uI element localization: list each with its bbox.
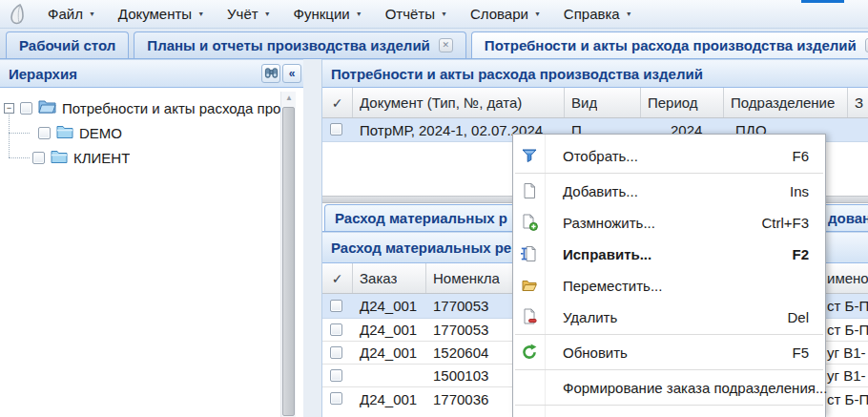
scroll-up-arrow-icon[interactable]: ▲	[281, 92, 297, 105]
tree-item-demo[interactable]: DEMO	[0, 120, 280, 145]
row-checkbox[interactable]	[330, 369, 342, 382]
row-checkbox[interactable]	[330, 392, 342, 405]
column-divider	[425, 263, 426, 293]
menu-help-label: Справка	[564, 6, 620, 22]
ctx-move[interactable]: Переместить...	[513, 270, 825, 302]
hierarchy-panel: Иерархия « −	[0, 59, 303, 417]
column-header-period[interactable]: Период	[648, 88, 698, 117]
tab-desktop-label: Рабочий стол	[19, 37, 115, 53]
tree-item-root[interactable]: − Потребности и акты расхода произв	[0, 95, 280, 120]
tab-production-plans[interactable]: Планы и отчеты производства изделий✕	[134, 31, 466, 58]
ctx-item-shortcut: Del	[787, 302, 809, 333]
order-cell: Д24_001	[360, 294, 417, 318]
ctx-duplicate[interactable]: Размножить... Ctrl+F3	[513, 207, 825, 239]
tree-checkbox[interactable]	[20, 102, 32, 115]
collapse-panel-button[interactable]: «	[282, 64, 301, 83]
column-divider	[723, 88, 724, 117]
menu-separator	[515, 334, 823, 335]
dropdown-arrow-icon: ▼	[89, 10, 95, 17]
order-cell: Д24_001	[360, 342, 417, 364]
vertical-splitter[interactable]	[303, 59, 321, 417]
tab-material-consumption-label: Расход материальных р	[335, 210, 507, 226]
menu-reports[interactable]: Отчёты▼	[374, 2, 459, 26]
ctx-delete[interactable]: Удалить Del	[513, 302, 825, 333]
edit-doc-icon	[520, 244, 539, 263]
nomenclature-cell: 1520604	[433, 342, 488, 364]
name-cell: уг В1-	[827, 365, 865, 386]
menu-accounting[interactable]: Учёт▼	[216, 2, 282, 26]
column-label: Заказ	[360, 270, 397, 286]
collapse-chevrons-icon: «	[289, 68, 296, 79]
menu-help[interactable]: Справка▼	[552, 2, 644, 26]
refresh-icon	[520, 343, 539, 362]
tree-item-client[interactable]: КЛИЕНТ	[0, 145, 280, 170]
menu-dictionaries[interactable]: Словари▼	[459, 2, 552, 26]
order-cell: Д24_001	[360, 387, 417, 411]
close-icon[interactable]: ✕	[439, 38, 453, 52]
context-menu: Отобрать... F6 Добавить... Ins	[512, 134, 826, 417]
tree-checkbox[interactable]	[38, 127, 51, 139]
app-window: Файл▼ Документы▼ Учёт▼ Функции▼ Отчёты▼ …	[0, 0, 868, 417]
column-header-order-truncated[interactable]: З	[855, 88, 863, 117]
column-label: Вид	[571, 94, 597, 111]
ctx-item-label: Отобрать...	[563, 140, 638, 172]
column-label: Подразделение	[731, 94, 835, 111]
column-header-check[interactable]: ✓	[322, 88, 352, 117]
menubar: Файл▼ Документы▼ Учёт▼ Функции▼ Отчёты▼ …	[0, 0, 868, 29]
new-doc-icon	[520, 181, 539, 200]
folder-icon	[51, 150, 68, 166]
row-checkbox[interactable]	[330, 346, 342, 359]
dropdown-arrow-icon: ▼	[356, 10, 362, 17]
tab-material-consumption[interactable]: Расход материальных р	[324, 204, 528, 231]
tree-checkbox[interactable]	[32, 152, 45, 164]
menu-documents[interactable]: Документы▼	[107, 2, 216, 26]
column-divider	[564, 88, 565, 117]
folder-icon	[56, 125, 73, 141]
column-header-type[interactable]: Вид	[571, 88, 597, 117]
column-header-document[interactable]: Документ (Тип, №, дата)	[360, 88, 522, 117]
row-checkbox[interactable]	[330, 123, 342, 136]
column-label: Документ (Тип, №, дата)	[360, 94, 522, 111]
hierarchy-panel-title: Иерархия	[9, 66, 77, 82]
menu-file[interactable]: Файл▼	[36, 2, 107, 26]
tab-needs-and-acts[interactable]: Потребности и акты расхода производства …	[471, 31, 868, 58]
row-checkbox[interactable]	[330, 300, 342, 312]
tree-item-label: КЛИЕНТ	[73, 150, 130, 166]
column-divider	[847, 88, 848, 117]
documents-panel-header: Потребности и акты расхода производства …	[322, 59, 868, 88]
column-label: Период	[648, 94, 698, 111]
tree-vertical-scrollbar[interactable]: ▲	[280, 92, 296, 417]
duplicate-doc-icon	[520, 213, 539, 232]
ctx-item-shortcut: Ctrl+F3	[761, 207, 809, 239]
order-cell: Д24_001	[360, 319, 417, 341]
name-cell: ст Б-П	[827, 294, 868, 318]
ctx-item-label: Добавить...	[563, 176, 638, 207]
name-cell: ст Б-П	[827, 319, 868, 341]
move-folder-icon	[520, 276, 539, 295]
column-header-check[interactable]: ✓	[322, 263, 352, 293]
nomenclature-cell: 1770053	[433, 294, 488, 318]
collapse-node-icon[interactable]: −	[4, 103, 14, 114]
dropdown-arrow-icon: ▼	[264, 10, 271, 17]
ctx-add[interactable]: Добавить... Ins	[513, 176, 825, 207]
ctx-select[interactable]: Отобрать... F6	[513, 140, 825, 172]
menu-separator	[515, 173, 823, 174]
find-button[interactable]	[261, 64, 280, 83]
open-folder-icon	[38, 99, 56, 116]
ctx-edit[interactable]: Исправить... F2	[513, 239, 825, 270]
ctx-item-label: Обновить	[563, 337, 628, 368]
column-header-name-truncated[interactable]: имено	[827, 263, 868, 293]
ctx-refresh[interactable]: Обновить F5	[513, 337, 825, 368]
ctx-form-department-order[interactable]: Формирование заказа подразделения...	[513, 372, 825, 404]
binoculars-icon	[264, 66, 279, 82]
ctx-item-label: Исправить...	[563, 239, 651, 270]
row-checkbox[interactable]	[330, 323, 342, 336]
tab-desktop[interactable]: Рабочий стол	[6, 31, 129, 58]
menu-reports-label: Отчёты	[385, 6, 435, 22]
column-header-order[interactable]: Заказ	[360, 263, 397, 293]
column-header-department[interactable]: Подразделение	[731, 88, 835, 117]
column-header-nomenclature[interactable]: Номенкла	[433, 263, 500, 293]
column-label: Номенкла	[433, 270, 500, 286]
menu-functions[interactable]: Функции▼	[282, 2, 374, 26]
scrollbar-thumb[interactable]	[282, 107, 295, 416]
